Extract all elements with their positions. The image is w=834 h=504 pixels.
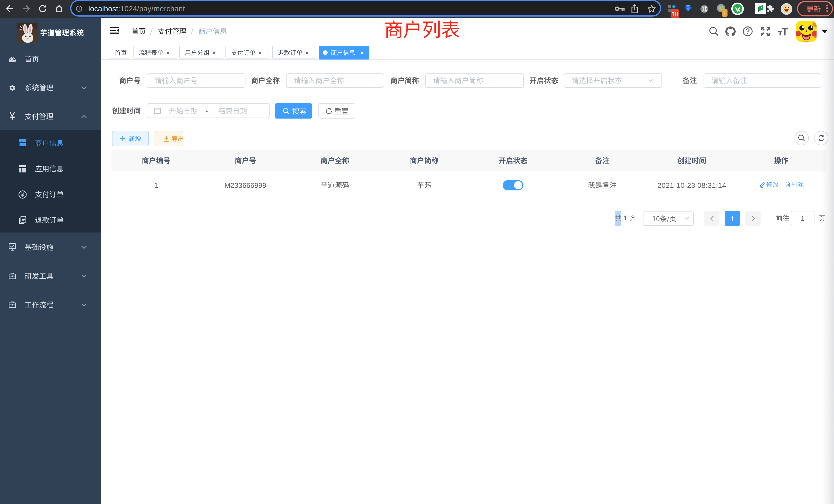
svg-text:10: 10 — [672, 11, 678, 18]
svg-text:1: 1 — [723, 10, 726, 16]
